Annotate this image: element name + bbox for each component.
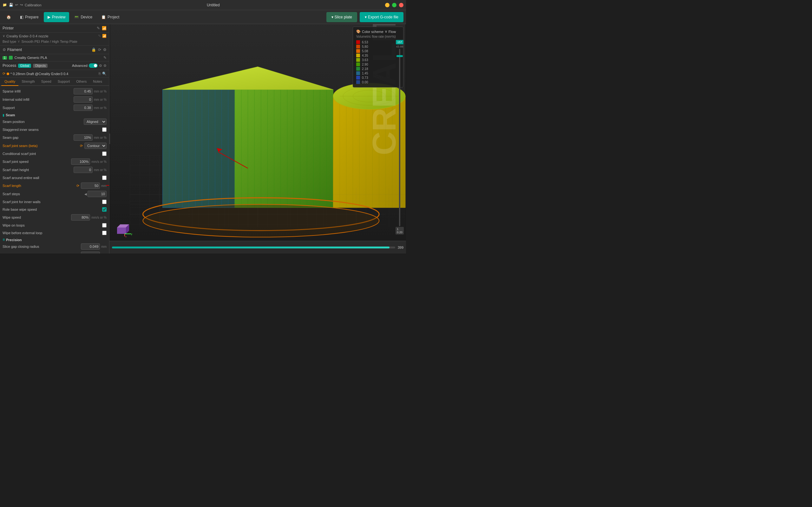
printer-edit-icon-2[interactable]: ✎: [98, 34, 101, 38]
setting-scarf-steps: Scarf steps ◀: [0, 190, 109, 198]
profile-copy-icon[interactable]: ⎘: [99, 72, 101, 76]
export-button[interactable]: ▾ Export G-code file: [360, 12, 403, 22]
scarf-start-height-unit: mm or %: [94, 168, 107, 172]
color-label-2: 5.08: [362, 49, 368, 53]
undo-icon[interactable]: ↩: [15, 3, 18, 7]
scarf-joint-seam-select[interactable]: Contour None: [84, 143, 107, 149]
color-row-4: 3.63: [356, 58, 400, 62]
resolution-input[interactable]: [81, 251, 100, 253]
setting-scarf-joint-speed: Scarf joint speed mm/s or %: [0, 158, 109, 166]
tab-notes[interactable]: Notes: [90, 78, 105, 86]
filament-sync-icon[interactable]: ⟳: [98, 48, 101, 52]
bed-type-value[interactable]: Smooth PEI Plate / High Temp Plate: [21, 40, 78, 43]
color-scheme-mode: Flow: [389, 30, 396, 34]
save-icon[interactable]: 💾: [9, 3, 13, 7]
printer-chevron-icon[interactable]: ∨: [3, 34, 5, 38]
filament-settings-icon[interactable]: ⚙: [103, 48, 107, 52]
sparse-infill-input[interactable]: [73, 88, 93, 95]
resolution-unit: mm: [101, 253, 107, 254]
color-swatch-1: [356, 45, 360, 49]
profile-reset-icon[interactable]: ⟳: [3, 72, 5, 76]
filament-lock-icon[interactable]: 🔒: [91, 48, 96, 52]
color-scheme-subtitle: Volumetric flow rate (mm³/s): [356, 35, 400, 38]
setting-conditional-scarf-joint: Conditional scarf joint: [0, 150, 109, 158]
conditional-scarf-joint-value: [102, 152, 107, 156]
profile-search-icon[interactable]: 🔍: [102, 72, 107, 76]
ruler-thumb[interactable]: [397, 55, 403, 57]
badge-global[interactable]: Global: [18, 64, 31, 68]
internal-solid-infill-label: Internal solid infill: [3, 98, 73, 101]
scarf-joint-reset-icon[interactable]: ⟳: [80, 144, 83, 148]
internal-solid-unit: mm or %: [94, 98, 107, 101]
support-label: Support: [3, 106, 73, 110]
filament-name: Creality Generic PLA: [14, 56, 101, 60]
maximize-button[interactable]: □: [392, 3, 397, 7]
printer-wifi-icon[interactable]: 📶: [102, 26, 107, 31]
seam-gap-input[interactable]: [73, 134, 93, 141]
minimize-button[interactable]: —: [385, 3, 390, 7]
advanced-toggle[interactable]: [89, 63, 98, 68]
layer-progress-track[interactable]: [112, 246, 395, 248]
support-value: mm or %: [73, 105, 107, 111]
wipe-speed-input[interactable]: [71, 214, 90, 221]
home-button[interactable]: 🏠: [3, 12, 15, 22]
device-tab[interactable]: 📟 Device: [70, 12, 96, 22]
conditional-scarf-joint-checkbox[interactable]: [102, 152, 107, 156]
staggered-inner-seams-checkbox[interactable]: [102, 127, 107, 132]
wipe-on-loops-checkbox[interactable]: [102, 223, 107, 228]
color-swatch-8: [356, 76, 360, 79]
filament-number: 1: [3, 56, 7, 60]
scarf-joint-inner-walls-label: Scarf joint for inner walls: [3, 200, 102, 204]
scarf-steps-down-icon[interactable]: ◀: [84, 192, 87, 196]
slice-gap-closing-radius-unit: mm: [101, 245, 107, 248]
tab-quality[interactable]: Quality: [1, 78, 18, 86]
precision-header-label: Precision: [6, 238, 22, 242]
slice-button[interactable]: ▾ Slice plate: [326, 12, 357, 22]
calibration-label[interactable]: Calibration: [25, 3, 42, 7]
printer-section-header: Printer ✎ 📶: [0, 24, 109, 33]
scarf-joint-speed-input[interactable]: [71, 158, 90, 165]
tab-speed[interactable]: Speed: [38, 78, 55, 86]
scarf-start-height-input[interactable]: [73, 167, 93, 173]
close-button[interactable]: ✕: [399, 3, 403, 7]
internal-solid-input[interactable]: [73, 96, 93, 103]
role-base-wipe-speed-checkbox[interactable]: [102, 207, 107, 212]
tab-support[interactable]: Support: [55, 78, 73, 86]
process-icons-2[interactable]: ⚙: [103, 64, 107, 68]
printer-edit-icon[interactable]: ✎: [97, 26, 100, 31]
wipe-before-external-loop-checkbox[interactable]: [102, 231, 107, 235]
process-label: Process: [3, 63, 16, 68]
color-row-6: 2.18: [356, 67, 400, 71]
wipe-speed-unit: mm/s or %: [91, 216, 107, 219]
scarf-length-reset-icon[interactable]: ⟳: [77, 184, 79, 188]
scarf-length-input[interactable]: [81, 182, 100, 189]
color-swatch-6: [356, 67, 360, 71]
ruler-track[interactable]: [399, 49, 400, 226]
filament-edit-icon[interactable]: ✎: [103, 55, 107, 60]
titlebar: 📁 💾 ↩ ↪ Calibration Untitled — □ ✕: [0, 0, 406, 10]
scarf-joint-inner-walls-checkbox[interactable]: [102, 200, 107, 204]
color-label-1: 5.80: [362, 45, 368, 49]
redo-icon[interactable]: ↪: [20, 3, 23, 7]
tab-strength[interactable]: Strength: [18, 78, 38, 86]
slice-gap-closing-radius-input[interactable]: [81, 243, 100, 250]
support-input[interactable]: [73, 105, 93, 111]
printer-wifi-icon-2[interactable]: 📶: [102, 34, 107, 38]
tab-others[interactable]: Others: [73, 78, 90, 86]
seam-gap-value: mm or %: [73, 134, 107, 141]
process-icons[interactable]: ⚙: [99, 64, 102, 68]
preview-tab[interactable]: ▶ Preview: [44, 12, 69, 22]
seam-position-select[interactable]: Aligned Nearest Random: [84, 118, 107, 125]
scarf-around-entire-wall-checkbox[interactable]: [102, 176, 107, 180]
file-icon[interactable]: 📁: [3, 3, 7, 7]
layer-progress-fill: [112, 246, 390, 248]
color-swatch-2: [356, 49, 360, 53]
prepare-tab[interactable]: ◧ Prepare: [16, 12, 43, 22]
setting-scarf-joint-seam: Scarf joint seam (beta) ⟳ Contour None: [0, 142, 109, 150]
seam-position-label: Seam position: [3, 120, 84, 124]
svg-marker-22: [235, 90, 333, 208]
color-scheme-chevron[interactable]: ∨: [385, 30, 387, 34]
badge-objects[interactable]: Objects: [33, 64, 48, 68]
scarf-steps-input[interactable]: [88, 191, 107, 197]
project-tab[interactable]: 📋 Project: [97, 12, 123, 22]
